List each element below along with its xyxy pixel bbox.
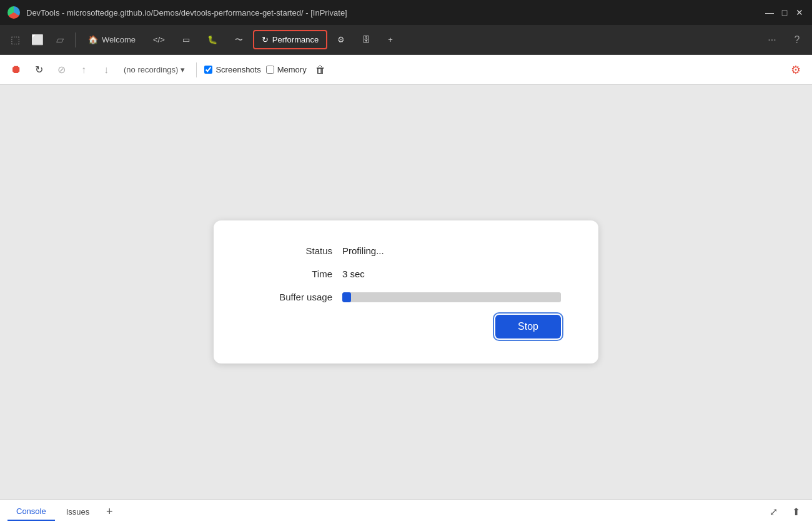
tab-sources[interactable]: </> <box>146 31 172 48</box>
time-value: 3 sec <box>342 269 365 279</box>
upload-button[interactable]: ↑ <box>75 61 92 79</box>
maximize-button[interactable]: □ <box>780 7 790 17</box>
tab-performance-label: Performance <box>272 35 319 44</box>
close-button[interactable]: ✕ <box>795 7 805 17</box>
bottom-right-controls: ⤢ ⬆ <box>765 503 805 521</box>
split-console-button[interactable]: ⤢ <box>765 503 782 521</box>
devtools-tab-bar: ⬚ ⬜ ▱ 🏠 Welcome </> ▭ 🐛 〜 ↻ Performance … <box>0 25 812 55</box>
memory-checkbox-label[interactable]: Memory <box>266 65 307 74</box>
tab-welcome[interactable]: 🏠 Welcome <box>81 31 143 48</box>
undock-icon[interactable]: ▱ <box>50 30 70 50</box>
time-label: Time <box>251 269 332 279</box>
tab-memory[interactable]: ⚙ <box>330 31 352 48</box>
buffer-bar <box>342 292 561 302</box>
help-button[interactable]: ? <box>787 30 807 50</box>
toolbar-separator-1 <box>196 62 197 77</box>
status-label: Status <box>251 245 332 256</box>
buffer-bar-fill <box>342 292 351 302</box>
screenshots-label: Screenshots <box>215 65 260 74</box>
status-value: Profiling... <box>342 245 384 256</box>
code-icon: </> <box>153 35 165 44</box>
status-row: Status Profiling... <box>251 245 561 256</box>
tab-separator <box>75 32 76 47</box>
dock-bottom-icon[interactable]: ⬜ <box>27 30 47 50</box>
screenshots-checkbox[interactable] <box>204 66 212 74</box>
add-tab-icon: + <box>388 35 393 44</box>
title-bar: DevTools - microsoftedge.github.io/Demos… <box>0 0 812 25</box>
tab-welcome-label: Welcome <box>102 35 136 44</box>
tab-add[interactable]: + <box>380 31 400 48</box>
network-icon: 〜 <box>235 34 243 46</box>
stop-button[interactable]: Stop <box>495 315 561 339</box>
home-icon: 🏠 <box>88 35 98 44</box>
clear-recording-button[interactable]: ⊘ <box>52 61 70 79</box>
storage-icon: 🗄 <box>362 35 370 44</box>
minimize-button[interactable]: — <box>765 7 775 17</box>
time-row: Time 3 sec <box>251 269 561 279</box>
performance-icon: ↻ <box>262 35 269 44</box>
main-content: Status Profiling... Time 3 sec Buffer us… <box>0 85 812 499</box>
memory-icon: ⚙ <box>337 35 345 44</box>
stop-btn-row: Stop <box>251 315 561 339</box>
tab-elements[interactable]: ▭ <box>175 31 197 48</box>
profiling-card: Status Profiling... Time 3 sec Buffer us… <box>214 220 598 363</box>
elements-icon: ▭ <box>182 35 190 44</box>
chevron-down-icon: ▾ <box>181 65 185 74</box>
memory-label: Memory <box>277 65 307 74</box>
buffer-label: Buffer usage <box>251 292 332 302</box>
clear-recordings-button[interactable]: 🗑 <box>312 61 329 79</box>
window-title: DevTools - microsoftedge.github.io/Demos… <box>26 8 758 17</box>
tab-network[interactable]: 〜 <box>227 31 250 49</box>
performance-toolbar: ⏺ ↻ ⊘ ↑ ↓ (no recordings) ▾ Screenshots … <box>0 55 812 85</box>
bottom-tab-console[interactable]: Console <box>7 503 55 521</box>
tab-debugger[interactable]: 🐛 <box>200 31 225 48</box>
screenshots-checkbox-label[interactable]: Screenshots <box>204 65 260 74</box>
toolbar-right: ⚙ <box>787 61 805 79</box>
help-icon: ? <box>795 34 800 46</box>
edge-logo-icon <box>7 6 20 19</box>
memory-checkbox[interactable] <box>266 66 274 74</box>
capture-settings-button[interactable]: ⚙ <box>787 61 805 79</box>
more-tabs-button[interactable]: ··· <box>762 30 782 50</box>
console-label: Console <box>16 507 46 516</box>
bug-icon: 🐛 <box>207 35 217 44</box>
reload-record-button[interactable]: ↻ <box>30 61 47 79</box>
tab-performance[interactable]: ↻ Performance <box>253 30 327 49</box>
bottom-bar: Console Issues + ⤢ ⬆ <box>0 499 812 524</box>
buffer-row: Buffer usage <box>251 292 561 302</box>
dock-left-icon[interactable]: ⬚ <box>5 30 25 50</box>
tab-storage[interactable]: 🗄 <box>355 31 378 48</box>
dock-button[interactable]: ⬆ <box>787 503 805 521</box>
bottom-tab-issues[interactable]: Issues <box>57 503 99 520</box>
recordings-dropdown[interactable]: (no recordings) ▾ <box>120 62 189 77</box>
more-icon: ··· <box>768 34 776 46</box>
record-button[interactable]: ⏺ <box>7 61 25 79</box>
recordings-label: (no recordings) <box>124 65 178 74</box>
add-tab-button[interactable]: + <box>101 503 118 521</box>
download-button[interactable]: ↓ <box>97 61 115 79</box>
issues-label: Issues <box>66 507 90 517</box>
window-controls: — □ ✕ <box>765 7 805 17</box>
